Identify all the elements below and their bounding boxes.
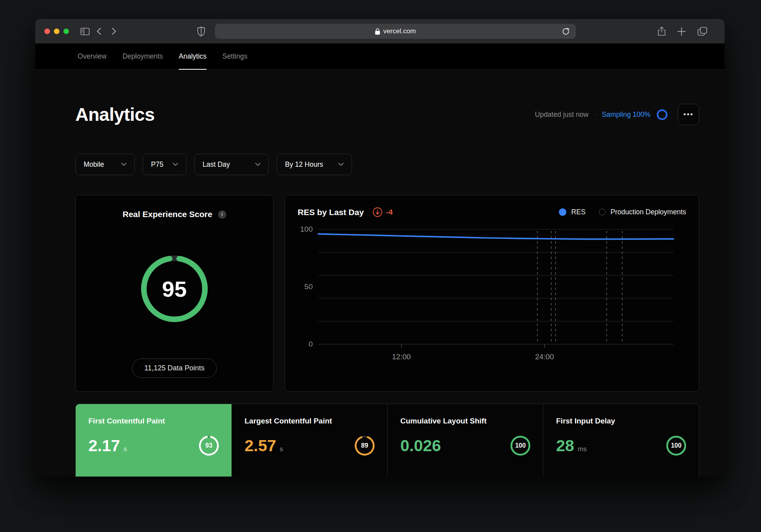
- metric-score-value: 93: [199, 436, 219, 456]
- metric-score-value: 100: [666, 436, 686, 456]
- score-card-title: Real Experience Score: [122, 210, 212, 219]
- metric-card-cumulative-layout-shift[interactable]: Cumulative Layout Shift 0.026 100: [387, 404, 543, 477]
- tab-settings[interactable]: Settings: [222, 44, 247, 70]
- metric-score-value: 100: [511, 436, 530, 456]
- y-axis-label: 100: [300, 225, 313, 233]
- metric-card-first-input-delay[interactable]: First Input Delay 28 ms 100: [543, 404, 699, 477]
- real-experience-score-card: Real Experience Score i 95 11,125 Data P…: [75, 195, 273, 392]
- res-score-value: 95: [141, 256, 208, 322]
- forward-icon[interactable]: [109, 19, 119, 44]
- metric-score-gauge: 100: [666, 436, 686, 456]
- url-text: vercel.com: [383, 27, 416, 35]
- metric-title: Largest Contentful Paint: [245, 417, 375, 425]
- browser-window: vercel.com: [35, 19, 725, 477]
- filter-dropdown-by-12-hours[interactable]: By 12 Hours: [277, 154, 352, 175]
- filter-label: Last Day: [203, 160, 230, 169]
- page-body: OverviewDeploymentsAnalyticsSettings Ana…: [35, 44, 725, 477]
- chevron-down-icon: [121, 163, 126, 166]
- share-icon[interactable]: [658, 19, 665, 44]
- legend-label: Production Deployments: [610, 208, 686, 216]
- metric-title: Cumulative Layout Shift: [400, 417, 530, 425]
- metric-value: 28: [556, 437, 574, 455]
- res-series-line: [318, 234, 673, 239]
- metric-value: 2.17: [88, 437, 120, 455]
- y-axis-label: 0: [308, 340, 313, 348]
- chevron-down-icon: [255, 163, 260, 166]
- metric-unit: ms: [578, 445, 587, 453]
- arrow-down-circle-icon: [373, 207, 382, 217]
- sampling-ring-icon: [657, 109, 667, 120]
- project-nav-tabs: OverviewDeploymentsAnalyticsSettings: [35, 44, 725, 70]
- page-title: Analytics: [75, 104, 155, 125]
- legend-item-res[interactable]: RES: [559, 208, 585, 216]
- page-meta: Updated just now · Sampling 100% •••: [535, 104, 699, 125]
- legend-item-production-deployments[interactable]: Production Deployments: [599, 208, 686, 216]
- reload-icon[interactable]: [560, 26, 571, 37]
- analytics-content: Analytics Updated just now · Sampling 10…: [35, 104, 725, 477]
- address-bar[interactable]: vercel.com: [215, 24, 576, 39]
- res-delta-badge: -4: [373, 207, 393, 217]
- desktop: { "browser": { "url": "vercel.com", "tra…: [0, 0, 761, 532]
- zoom-window-button[interactable]: [63, 29, 69, 34]
- privacy-shield-icon[interactable]: [195, 19, 207, 44]
- filter-label: Mobile: [84, 160, 104, 169]
- res-delta-value: -4: [386, 208, 393, 217]
- metric-unit: s: [280, 445, 283, 453]
- chart-legend: RESProduction Deployments: [559, 208, 686, 216]
- tab-overview-icon[interactable]: [698, 19, 707, 44]
- chevron-down-icon: [173, 163, 178, 166]
- filter-label: By 12 Hours: [285, 160, 323, 169]
- filter-dropdown-mobile[interactable]: Mobile: [75, 154, 135, 175]
- more-options-button[interactable]: •••: [678, 104, 699, 125]
- lock-icon: [375, 28, 380, 35]
- metric-score-gauge: 89: [355, 436, 375, 456]
- web-vitals-row: First Contentful Paint 2.17 s 93 Largest…: [75, 404, 699, 477]
- legend-dashed-circle-icon: [599, 209, 606, 215]
- sampling-link[interactable]: Sampling 100%: [602, 111, 650, 119]
- tab-analytics[interactable]: Analytics: [179, 44, 207, 70]
- filter-dropdown-last-day[interactable]: Last Day: [194, 154, 269, 175]
- tab-overview[interactable]: Overview: [78, 44, 107, 70]
- legend-label: RES: [571, 208, 585, 216]
- res-line-chart: 10050012:0024:00: [298, 223, 686, 374]
- filter-label: P75: [151, 160, 163, 169]
- metric-score-gauge: 93: [199, 436, 219, 456]
- toolbar-right-icons: [658, 19, 707, 44]
- traffic-lights: [44, 29, 69, 34]
- x-axis-label: 12:00: [392, 353, 411, 361]
- metric-card-first-contentful-paint[interactable]: First Contentful Paint 2.17 s 93: [76, 404, 231, 477]
- legend-dot-icon: [559, 208, 566, 216]
- tab-deployments[interactable]: Deployments: [122, 44, 163, 70]
- data-points-badge: 11,125 Data Points: [132, 358, 217, 378]
- chart-title: RES by Last Day: [298, 208, 364, 217]
- metric-title: First Contentful Paint: [88, 417, 219, 425]
- updated-status: Updated just now: [535, 111, 589, 119]
- filter-bar: MobileP75Last DayBy 12 Hours: [75, 154, 699, 175]
- new-tab-icon[interactable]: [677, 19, 686, 44]
- metric-title: First Input Delay: [556, 417, 686, 425]
- sidebar-icon[interactable]: [79, 19, 91, 44]
- metric-unit: s: [124, 445, 127, 453]
- metric-score-value: 89: [355, 436, 375, 456]
- info-icon[interactable]: i: [218, 210, 226, 219]
- minimize-window-button[interactable]: [54, 29, 59, 34]
- res-score-gauge: 95: [141, 256, 208, 322]
- back-icon[interactable]: [94, 19, 103, 44]
- meta-separator: ·: [594, 111, 597, 118]
- metric-card-largest-contentful-paint[interactable]: Largest Contentful Paint 2.57 s 89: [231, 404, 387, 477]
- res-chart-card: RES by Last Day -4 RESProduction Deploym…: [285, 195, 699, 392]
- browser-toolbar: vercel.com: [35, 19, 725, 44]
- chevron-down-icon: [338, 163, 344, 166]
- filter-dropdown-p75[interactable]: P75: [143, 154, 186, 175]
- x-axis-label: 24:00: [535, 353, 554, 361]
- close-window-button[interactable]: [44, 29, 50, 34]
- y-axis-label: 50: [304, 282, 313, 291]
- metric-value: 0.026: [400, 437, 441, 455]
- metric-value: 2.57: [245, 437, 276, 455]
- metric-score-gauge: 100: [511, 436, 530, 456]
